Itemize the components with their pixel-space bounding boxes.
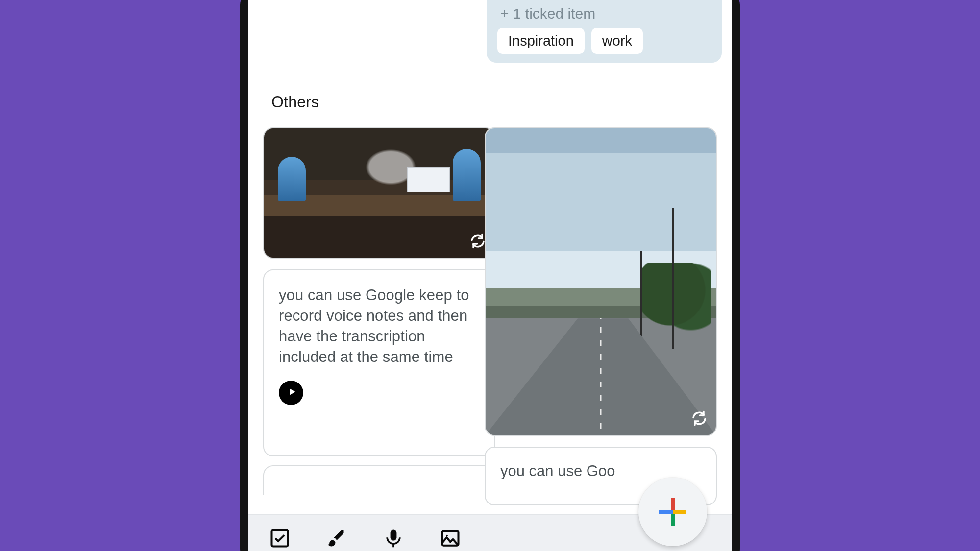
image-icon — [440, 542, 461, 551]
sync-icon — [689, 408, 709, 428]
mic-icon — [383, 542, 404, 551]
fab-container — [638, 478, 712, 551]
brush-icon — [326, 542, 347, 551]
road-photo-lamp — [672, 208, 674, 349]
app-screen: + 1 ticked item Inspiration work Others — [248, 0, 732, 551]
tag-row: Inspiration work — [497, 28, 711, 54]
church-photo-detail — [407, 167, 450, 192]
ticked-item-summary: + 1 ticked item — [500, 5, 711, 22]
new-checklist-button[interactable] — [269, 527, 291, 551]
road-photo — [486, 128, 716, 435]
section-header-others: Others — [271, 93, 319, 111]
checkbox-icon — [269, 542, 291, 551]
tag-work[interactable]: work — [591, 28, 643, 54]
road-photo-trees — [642, 263, 711, 331]
road-photo-lamp — [640, 251, 642, 336]
play-button[interactable] — [279, 381, 303, 405]
new-photo-note-button[interactable] — [440, 527, 461, 551]
tag-inspiration[interactable]: Inspiration — [497, 28, 585, 54]
voice-note-text: you can use Google keep to record voice … — [279, 285, 480, 367]
phone-frame: + 1 ticked item Inspiration work Others — [240, 0, 740, 551]
note-image-church[interactable] — [263, 127, 495, 259]
pinned-note-card[interactable]: + 1 ticked item Inspiration work — [487, 0, 722, 63]
new-drawing-button[interactable] — [326, 527, 347, 551]
create-note-fab[interactable] — [638, 478, 707, 546]
road-photo-lane — [600, 318, 602, 429]
google-plus-icon — [659, 498, 686, 526]
play-icon — [286, 387, 297, 399]
new-voice-note-button[interactable] — [383, 527, 404, 551]
note-voice-transcription[interactable]: you can use Google keep to record voice … — [263, 269, 495, 456]
note-partial-left[interactable] — [263, 465, 495, 495]
stage: + 1 ticked item Inspiration work Others — [0, 0, 980, 551]
note-image-road[interactable] — [485, 127, 717, 436]
church-photo — [264, 128, 494, 258]
svg-point-2 — [446, 534, 448, 536]
